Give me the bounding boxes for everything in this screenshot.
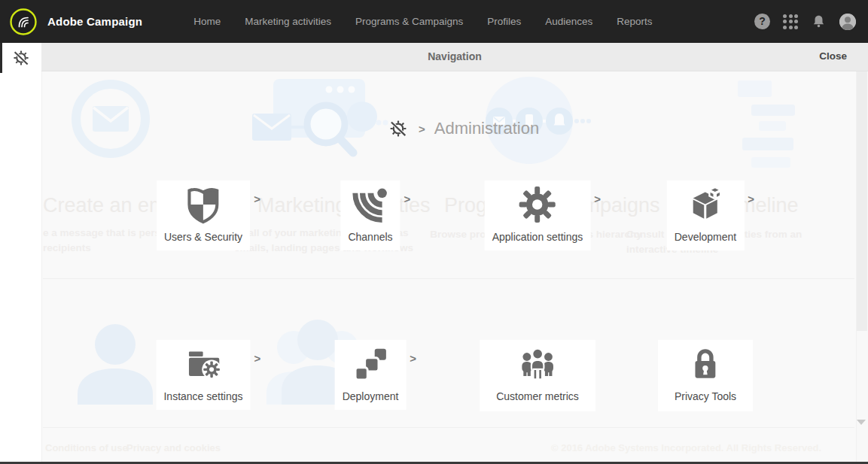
sidebar-accent-strip [0, 43, 2, 73]
brand-title: Adobe Campaign [47, 15, 142, 28]
breadcrumb[interactable]: > Administration [388, 119, 539, 138]
menu-item-label: Channels [348, 231, 392, 243]
menu-item-panel: Development [667, 180, 745, 250]
faded-profile-icon [70, 320, 160, 405]
people-group-icon [518, 344, 557, 384]
stacked-squares-icon [351, 344, 390, 384]
menu-item-label: Instance settings [163, 390, 242, 402]
scrollbar-thumb[interactable] [857, 71, 867, 331]
menu-item-privacy-tools[interactable]: Privacy Tools [658, 340, 753, 411]
administration-icon[interactable] [12, 49, 30, 67]
topnav-item-home[interactable]: Home [181, 16, 233, 27]
faded-footer-link: Privacy and cookies [126, 442, 221, 453]
topnav-item-profiles[interactable]: Profiles [475, 16, 533, 27]
menu-item-label: Application settings [492, 231, 583, 243]
account-avatar-icon[interactable] [839, 14, 856, 30]
menu-item-development[interactable]: Development > [667, 180, 745, 250]
menu-item-panel: Users & Security [157, 180, 250, 250]
apps-grid-icon[interactable] [783, 14, 798, 29]
chevron-right-icon: > [410, 352, 416, 365]
topnav-item-reports[interactable]: Reports [605, 16, 664, 27]
faded-marketing-icon [252, 79, 391, 165]
menu-item-label: Customer metrics [496, 390, 579, 402]
cube-icon [686, 185, 725, 224]
menu-item-panel: Privacy Tools [658, 340, 753, 411]
chevron-right-icon: > [594, 193, 601, 205]
row-separator [43, 278, 854, 279]
menu-item-panel: Instance settings [156, 340, 250, 410]
adobe-campaign-logo [9, 8, 38, 36]
navigation-title: Navigation [41, 50, 868, 62]
menu-item-channels[interactable]: Channels > [340, 180, 400, 250]
padlock-icon [686, 344, 725, 384]
shield-icon [184, 185, 223, 224]
menu-item-label: Users & Security [164, 231, 242, 243]
help-icon[interactable]: ? [754, 14, 770, 29]
menu-item-users-security[interactable]: Users & Security > [157, 180, 250, 250]
sidebar [0, 43, 41, 464]
topnav: Home Marketing activities Programs & Cam… [181, 16, 664, 27]
menu-item-instance-settings[interactable]: Instance settings > [156, 340, 250, 410]
chevron-right-icon: > [254, 352, 261, 365]
signal-arcs-icon [351, 185, 390, 224]
chevron-right-icon: > [254, 193, 260, 205]
faded-email-icon [69, 77, 152, 161]
breadcrumb-section: Administration [434, 119, 539, 138]
chevron-right-icon: > [748, 193, 754, 205]
menu-item-panel: Deployment [335, 340, 407, 410]
menu-item-panel: Application settings [485, 180, 591, 250]
menu-item-label: Deployment [343, 390, 399, 402]
topnav-item-programs-campaigns[interactable]: Programs & Campaigns [343, 16, 475, 27]
menu-item-label: Privacy Tools [675, 390, 736, 402]
topbar: Adobe Campaign Home Marketing activities… [0, 0, 868, 43]
menu-item-customer-metrics[interactable]: Customer metrics [480, 340, 595, 411]
faded-timeline-icon [693, 79, 813, 180]
topnav-item-audiences[interactable]: Audiences [533, 16, 605, 27]
menu-item-deployment[interactable]: Deployment > [335, 340, 407, 410]
chevron-right-icon: > [404, 193, 411, 205]
faded-footer-link: Conditions of use [45, 442, 128, 453]
administration-icon [388, 119, 408, 138]
brand[interactable]: Adobe Campaign [9, 8, 142, 36]
footer-separator [43, 427, 854, 428]
navigation-header: Navigation Close [41, 43, 868, 71]
close-button[interactable]: Close [819, 50, 847, 62]
topbar-icons: ? [754, 14, 856, 30]
chevron-right-icon: > [419, 123, 425, 135]
scroll-down-arrow-icon[interactable] [857, 420, 866, 425]
gear-icon [518, 185, 557, 224]
faded-copyright: © 2016 Adobe Systems Incorporated. All R… [551, 442, 821, 453]
adobe-campaign-app: Adobe Campaign Home Marketing activities… [0, 0, 868, 464]
notifications-bell-icon[interactable] [811, 14, 827, 30]
menu-item-panel: Channels [340, 180, 400, 250]
folder-gear-icon [184, 344, 223, 384]
menu-item-application-settings[interactable]: Application settings > [485, 180, 591, 250]
topnav-item-marketing-activities[interactable]: Marketing activities [233, 16, 343, 27]
menu-item-label: Development [675, 231, 737, 243]
menu-item-panel: Customer metrics [480, 340, 595, 411]
